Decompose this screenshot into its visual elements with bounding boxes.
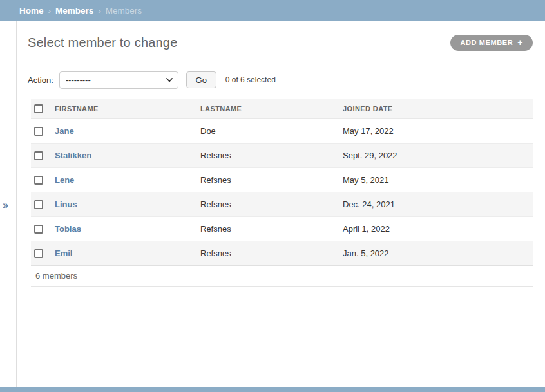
member-lastname: Refsnes [200,143,343,167]
add-member-button-label: ADD MEMBER [460,39,513,46]
row-checkbox[interactable] [34,225,43,234]
table-header-row: FIRSTNAME LASTNAME JOINED DATE [31,99,533,118]
table-row: Stalikken Refsnes Sept. 29, 2022 [31,143,533,167]
member-firstname-link[interactable]: Lene [55,175,74,185]
action-label: Action: [28,75,53,85]
sidebar-rail: » [0,21,17,387]
plus-icon: + [517,38,523,47]
main-content: Select member to change ADD MEMBER + Act… [17,21,545,387]
breadcrumb-members-link[interactable]: Members [55,6,93,15]
member-firstname-link[interactable]: Tobias [55,224,81,234]
row-checkbox[interactable] [34,151,43,160]
member-count: 6 members [31,265,533,287]
member-lastname: Refsnes [200,192,343,216]
breadcrumb-current-page: Members [106,6,142,15]
selection-status: 0 of 6 selected [225,75,276,84]
action-select-wrap: --------- [59,71,178,89]
member-lastname: Refsnes [200,167,343,192]
member-firstname-link[interactable]: Linus [55,200,77,209]
row-checkbox[interactable] [34,176,43,185]
add-member-button[interactable]: ADD MEMBER + [450,35,533,51]
action-select[interactable]: --------- [59,71,178,89]
member-joined-date: Sept. 29, 2022 [343,143,533,167]
table-row: Emil Refsnes Jan. 5, 2022 [31,241,533,265]
member-joined-date: April 1, 2022 [343,216,533,241]
breadcrumb-separator: › [98,6,101,15]
breadcrumb-home-link[interactable]: Home [19,6,44,15]
member-joined-date: Dec. 24, 2021 [343,192,533,216]
select-all-checkbox[interactable] [34,104,43,113]
column-header-lastname[interactable]: LASTNAME [200,99,343,118]
go-button[interactable]: Go [186,71,216,88]
content-header: Select member to change ADD MEMBER + [28,34,533,51]
page-title: Select member to change [28,35,178,50]
row-checkbox[interactable] [34,200,43,209]
table-row: Jane Doe May 17, 2022 [31,118,533,143]
member-lastname: Refsnes [200,216,343,241]
member-firstname-link[interactable]: Stalikken [55,151,91,160]
member-lastname: Doe [200,118,343,143]
breadcrumb: Home › Members › Members [0,0,545,21]
member-joined-date: Jan. 5, 2022 [343,241,533,265]
row-checkbox[interactable] [34,249,43,258]
table-row: Lene Refsnes May 5, 2021 [31,167,533,192]
member-firstname-link[interactable]: Emil [55,248,72,258]
table-row: Linus Refsnes Dec. 24, 2021 [31,192,533,216]
sidebar-expand-icon[interactable]: » [3,200,8,210]
column-header-joined-date[interactable]: JOINED DATE [343,99,533,118]
member-joined-date: May 5, 2021 [343,167,533,192]
member-joined-date: May 17, 2022 [343,118,533,143]
action-bar: Action: --------- Go 0 of 6 selected [28,71,533,89]
member-firstname-link[interactable]: Jane [55,126,74,136]
bottom-accent-bar [0,387,545,392]
members-table: FIRSTNAME LASTNAME JOINED DATE Jane Doe … [31,99,533,265]
members-table-wrap: FIRSTNAME LASTNAME JOINED DATE Jane Doe … [31,99,533,287]
column-header-firstname[interactable]: FIRSTNAME [55,99,200,118]
member-lastname: Refsnes [200,241,343,265]
breadcrumb-separator: › [48,6,52,15]
row-checkbox[interactable] [34,127,43,136]
table-row: Tobias Refsnes April 1, 2022 [31,216,533,241]
